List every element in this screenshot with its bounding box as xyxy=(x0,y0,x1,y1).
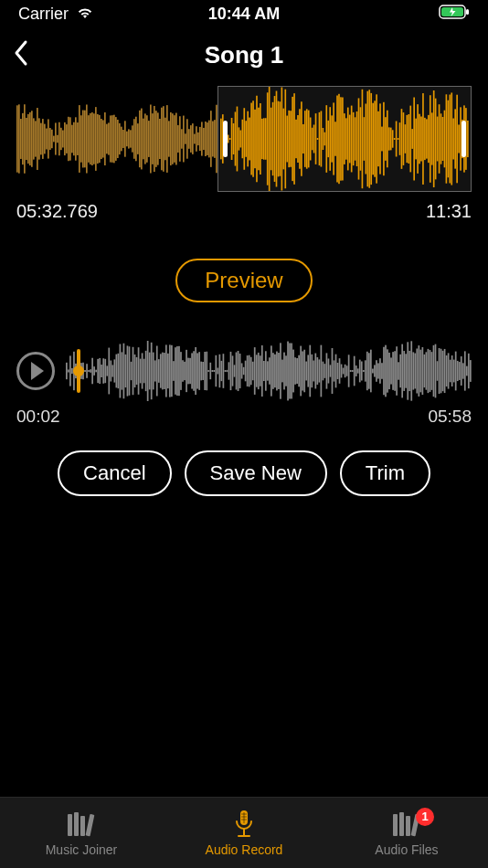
svg-rect-57 xyxy=(115,117,117,161)
svg-rect-24 xyxy=(55,122,57,154)
svg-rect-388 xyxy=(316,357,318,385)
svg-rect-345 xyxy=(238,351,239,391)
page-title: Song 1 xyxy=(205,41,284,69)
actions-row: Cancel Save New Trim xyxy=(0,450,488,496)
selection-handle-right[interactable] xyxy=(461,121,466,157)
svg-rect-140 xyxy=(269,87,271,191)
svg-rect-389 xyxy=(318,359,320,382)
svg-rect-89 xyxy=(174,115,175,163)
svg-rect-19 xyxy=(46,128,48,149)
svg-rect-428 xyxy=(390,357,392,384)
svg-rect-178 xyxy=(336,95,338,182)
svg-rect-414 xyxy=(365,360,366,381)
play-button[interactable] xyxy=(16,352,55,390)
svg-rect-205 xyxy=(385,117,387,161)
preview-button[interactable]: Preview xyxy=(175,259,312,302)
svg-rect-43 xyxy=(90,113,91,164)
tab-music-joiner[interactable]: Music Joiner xyxy=(27,810,136,857)
svg-rect-180 xyxy=(340,97,342,180)
save-new-button[interactable]: Save New xyxy=(185,450,327,496)
secondary-waveform[interactable] xyxy=(66,341,472,401)
svg-rect-168 xyxy=(319,112,321,165)
svg-rect-349 xyxy=(245,361,247,382)
svg-rect-304 xyxy=(162,353,164,390)
svg-rect-354 xyxy=(254,347,256,395)
trim-button[interactable]: Trim xyxy=(340,450,430,496)
svg-rect-448 xyxy=(428,349,430,393)
playhead-handle[interactable] xyxy=(73,355,84,387)
svg-rect-217 xyxy=(407,115,408,163)
svg-rect-387 xyxy=(314,354,316,389)
svg-rect-21 xyxy=(49,128,51,150)
svg-rect-224 xyxy=(419,114,420,164)
back-button[interactable] xyxy=(11,38,31,71)
svg-rect-335 xyxy=(219,355,221,387)
svg-rect-399 xyxy=(337,363,339,379)
svg-rect-28 xyxy=(62,131,64,148)
svg-rect-76 xyxy=(150,105,152,174)
svg-rect-419 xyxy=(374,365,376,376)
svg-rect-219 xyxy=(409,106,411,173)
svg-rect-13 xyxy=(35,121,37,156)
svg-rect-181 xyxy=(342,98,344,181)
main-waveform[interactable] xyxy=(16,86,472,192)
svg-rect-302 xyxy=(158,359,160,383)
svg-rect-406 xyxy=(350,370,352,372)
svg-rect-432 xyxy=(398,362,399,379)
svg-rect-445 xyxy=(422,347,424,395)
svg-rect-190 xyxy=(358,98,360,179)
svg-rect-208 xyxy=(390,128,392,151)
svg-rect-36 xyxy=(77,122,79,155)
svg-rect-425 xyxy=(385,345,387,397)
svg-rect-46 xyxy=(95,107,97,171)
tab-audio-files[interactable]: 1 Audio Files xyxy=(352,810,461,857)
svg-rect-125 xyxy=(241,120,243,158)
svg-rect-401 xyxy=(341,365,343,378)
svg-rect-160 xyxy=(304,111,306,167)
svg-rect-229 xyxy=(428,115,430,163)
svg-rect-381 xyxy=(303,350,305,393)
svg-rect-404 xyxy=(346,365,348,376)
svg-rect-353 xyxy=(252,362,254,380)
svg-rect-368 xyxy=(280,343,281,398)
svg-rect-111 xyxy=(214,120,216,158)
svg-rect-403 xyxy=(345,365,346,377)
tab-audio-record[interactable]: Audio Record xyxy=(189,810,299,857)
svg-rect-351 xyxy=(249,355,250,387)
svg-rect-287 xyxy=(131,362,133,380)
svg-rect-157 xyxy=(299,109,301,168)
svg-rect-372 xyxy=(287,342,289,401)
svg-rect-61 xyxy=(122,130,124,148)
svg-rect-309 xyxy=(171,345,173,397)
svg-rect-272 xyxy=(102,358,104,384)
svg-rect-136 xyxy=(261,119,263,159)
svg-rect-251 xyxy=(467,121,469,157)
svg-rect-163 xyxy=(310,118,312,161)
main-waveform-times: 05:32.769 11:31 xyxy=(16,201,472,222)
secondary-time-end: 05:58 xyxy=(428,407,472,427)
svg-rect-319 xyxy=(189,358,191,384)
selection-handle-left[interactable] xyxy=(223,121,228,157)
svg-rect-15 xyxy=(38,118,40,159)
selection-region[interactable] xyxy=(217,86,472,192)
svg-rect-327 xyxy=(204,352,206,390)
svg-rect-31 xyxy=(68,117,69,161)
svg-rect-68 xyxy=(135,117,137,162)
svg-rect-292 xyxy=(140,359,142,384)
svg-rect-408 xyxy=(354,356,355,386)
svg-rect-243 xyxy=(452,119,454,160)
svg-rect-446 xyxy=(424,355,426,387)
svg-rect-391 xyxy=(323,362,324,381)
svg-rect-386 xyxy=(313,361,314,382)
svg-rect-107 xyxy=(207,122,208,155)
svg-rect-396 xyxy=(332,348,334,394)
svg-rect-377 xyxy=(296,358,298,384)
svg-rect-69 xyxy=(137,123,139,154)
cancel-button[interactable]: Cancel xyxy=(58,450,171,496)
svg-rect-65 xyxy=(130,130,132,147)
svg-rect-281 xyxy=(120,344,122,398)
svg-rect-91 xyxy=(177,125,179,153)
tab-label: Audio Record xyxy=(206,842,283,857)
svg-rect-44 xyxy=(91,112,93,165)
svg-rect-193 xyxy=(364,117,366,161)
